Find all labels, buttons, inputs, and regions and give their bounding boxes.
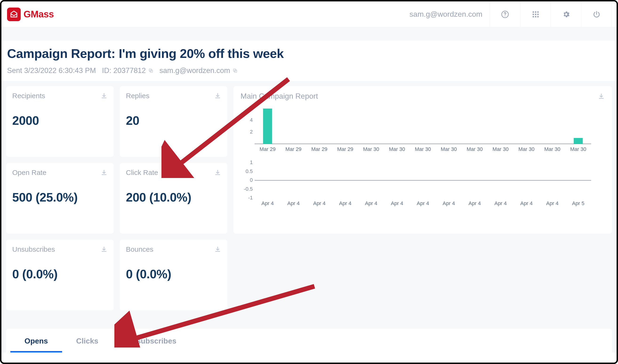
download-icon[interactable] [214, 92, 221, 99]
sent-timestamp: Sent 3/23/2022 6:30:43 PM [7, 66, 96, 75]
copy-icon[interactable] [148, 68, 154, 73]
svg-rect-2 [535, 11, 536, 13]
card-label: Open Rate [12, 169, 46, 177]
svg-text:Apr 4: Apr 4 [546, 200, 559, 206]
click-rate-card: Click Rate 200 (10.0%) [120, 163, 227, 234]
meta-row: Sent 3/23/2022 6:30:43 PM ID: 20377812 s… [7, 66, 611, 75]
svg-text:Mar 30: Mar 30 [363, 146, 379, 152]
page-header: Campaign Report: I'm giving 20% off this… [1, 40, 617, 81]
svg-text:Apr 4: Apr 4 [287, 200, 300, 206]
download-icon[interactable] [101, 169, 108, 176]
svg-text:Mar 29: Mar 29 [259, 146, 276, 152]
card-label: Replies [126, 92, 149, 100]
open-rate-card: Open Rate 500 (25.0%) [6, 163, 114, 234]
main-chart-card: Main Campaign Report 246Mar 29Mar 29Mar … [233, 86, 612, 234]
unsubscribes-card: Unsubscribes 0 (0.0%) [6, 240, 114, 310]
svg-text:Mar 30: Mar 30 [415, 146, 431, 152]
svg-rect-7 [533, 16, 534, 17]
svg-text:Mar 30: Mar 30 [518, 146, 534, 152]
bounces-value: 0 (0.0%) [126, 267, 221, 281]
stats-grid: Recipients 2000 Replies 20 Main Campaign… [1, 81, 617, 315]
svg-text:Mar 29: Mar 29 [285, 146, 301, 152]
download-icon[interactable] [101, 92, 108, 99]
svg-text:-0.5: -0.5 [244, 186, 253, 192]
svg-rect-3 [537, 11, 539, 13]
open-rate-value: 500 (25.0%) [12, 190, 108, 204]
replies-card: Replies 20 [120, 86, 227, 157]
copy-icon[interactable] [232, 68, 238, 73]
bottom-chart: -1-0.500.51Apr 4Apr 4Apr 4Apr 4Apr 4Apr … [241, 160, 605, 208]
sender-email: sam.g@wordzen.com [160, 66, 238, 75]
svg-text:Apr 4: Apr 4 [365, 200, 377, 206]
grid-icon [532, 10, 540, 18]
svg-rect-4 [533, 14, 534, 15]
card-label: Click Rate [126, 169, 158, 177]
svg-rect-5 [535, 14, 536, 15]
brand-logo[interactable]: GMass [7, 8, 54, 21]
top-bar: GMass sam.g@wordzen.com [1, 1, 617, 27]
svg-text:Apr 4: Apr 4 [494, 200, 507, 206]
chart-title: Main Campaign Report [241, 92, 318, 101]
tabs-bar: Opens Clicks Unsubscribes [6, 329, 612, 352]
svg-rect-18 [263, 109, 272, 144]
svg-text:Apr 4: Apr 4 [520, 200, 533, 206]
tab-clicks[interactable]: Clicks [62, 337, 113, 352]
svg-rect-9 [537, 16, 539, 17]
download-icon[interactable] [214, 169, 221, 176]
tab-unsubscribes[interactable]: Unsubscribes [113, 337, 191, 352]
svg-rect-8 [535, 16, 536, 17]
svg-text:0.5: 0.5 [245, 168, 253, 174]
campaign-id: ID: 20377812 [102, 66, 153, 75]
brand-icon [7, 8, 21, 21]
card-label: Recipients [12, 92, 45, 100]
svg-text:Apr 4: Apr 4 [313, 200, 326, 206]
svg-text:Apr 4: Apr 4 [417, 200, 429, 206]
svg-rect-6 [537, 14, 539, 15]
download-icon[interactable] [598, 93, 605, 100]
svg-text:Mar 29: Mar 29 [337, 146, 353, 152]
help-button[interactable] [489, 1, 520, 27]
svg-text:4: 4 [250, 117, 253, 123]
svg-text:Apr 4: Apr 4 [261, 200, 274, 206]
unsubscribes-value: 0 (0.0%) [12, 267, 108, 281]
svg-text:Apr 4: Apr 4 [339, 200, 352, 206]
recipients-card: Recipients 2000 [6, 86, 114, 157]
user-email[interactable]: sam.g@wordzen.com [410, 10, 482, 19]
svg-text:6: 6 [250, 106, 253, 111]
svg-point-0 [504, 15, 505, 16]
power-button[interactable] [581, 1, 612, 27]
svg-text:Mar 30: Mar 30 [441, 146, 457, 152]
apps-button[interactable] [520, 1, 551, 27]
brand-name: GMass [24, 9, 54, 20]
download-icon[interactable] [101, 246, 108, 253]
svg-rect-19 [574, 138, 583, 144]
recipients-value: 2000 [12, 114, 108, 128]
page-title: Campaign Report: I'm giving 20% off this… [7, 46, 611, 61]
svg-rect-1 [533, 11, 534, 13]
svg-text:Mar 30: Mar 30 [467, 146, 483, 152]
svg-text:Apr 4: Apr 4 [391, 200, 403, 206]
svg-text:Mar 30: Mar 30 [570, 146, 586, 152]
card-label: Bounces [126, 245, 154, 253]
click-rate-value: 200 (10.0%) [126, 190, 221, 204]
svg-text:2: 2 [250, 129, 253, 135]
gear-icon [562, 10, 570, 18]
svg-text:1: 1 [250, 160, 253, 165]
power-icon [592, 10, 601, 18]
svg-text:0: 0 [250, 177, 253, 183]
settings-button[interactable] [551, 1, 581, 27]
svg-text:Mar 30: Mar 30 [544, 146, 560, 152]
svg-text:Mar 30: Mar 30 [389, 146, 405, 152]
svg-text:Mar 30: Mar 30 [493, 146, 509, 152]
bounces-card: Bounces 0 (0.0%) [120, 240, 227, 310]
svg-text:Apr 4: Apr 4 [443, 200, 455, 206]
svg-text:Apr 4: Apr 4 [469, 200, 481, 206]
tab-opens[interactable]: Opens [10, 337, 62, 352]
svg-text:Apr 5: Apr 5 [572, 200, 585, 206]
download-icon[interactable] [214, 246, 221, 253]
replies-value: 20 [126, 114, 221, 128]
help-icon [501, 10, 509, 18]
card-label: Unsubscribes [12, 245, 55, 253]
top-chart: 246Mar 29Mar 29Mar 29Mar 29Mar 30Mar 30M… [241, 106, 605, 153]
svg-text:Mar 29: Mar 29 [311, 146, 327, 152]
